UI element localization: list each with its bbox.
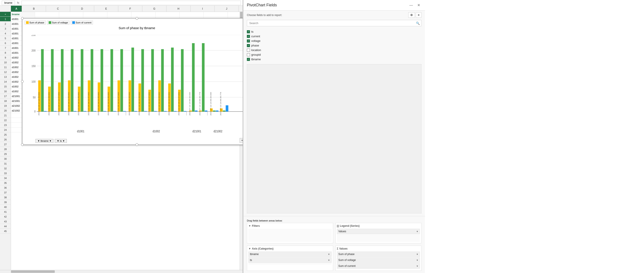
row-header-23[interactable]: 22 (0, 118, 11, 123)
field-checkbox-voltage[interactable] (247, 40, 250, 42)
row-header-45[interactable]: 44 (0, 224, 11, 229)
cell-b1[interactable] (35, 12, 59, 16)
col-header-A[interactable]: A (11, 6, 22, 12)
row-header-24[interactable]: 23 (0, 123, 11, 128)
row-header-8[interactable]: 7 (0, 46, 11, 50)
row-header-14[interactable]: 13 (0, 74, 11, 79)
ts-filter-button[interactable]: ▼ ts ▼ (55, 139, 66, 143)
col-header-F[interactable]: F (118, 6, 142, 12)
cell-c1[interactable] (59, 12, 83, 16)
cell-g1[interactable] (156, 12, 180, 16)
row-header-17[interactable]: 16 (0, 89, 11, 94)
row-header-35[interactable]: 34 (0, 176, 11, 180)
resize-handle-left[interactable] (21, 80, 24, 83)
settings-list-button[interactable]: ≡ (416, 12, 422, 18)
row-header-34[interactable]: 33 (0, 171, 11, 176)
resize-handle-bl[interactable] (21, 143, 24, 146)
row-header-41[interactable]: 40 (0, 205, 11, 210)
search-input[interactable] (247, 20, 422, 26)
panel-minimize-button[interactable]: — (408, 3, 414, 8)
row-header-30[interactable]: 29 (0, 152, 11, 156)
row-header-43[interactable]: 42 (0, 214, 11, 219)
row-header-18[interactable]: 17 (0, 94, 11, 98)
row-header-3[interactable]: 2 (0, 22, 11, 26)
col-header-H[interactable]: H (166, 6, 190, 12)
row-header-40[interactable]: 39 (0, 200, 11, 205)
row-header-21[interactable]: 20 (0, 108, 11, 113)
field-checkbox-phase[interactable] (247, 44, 250, 47)
horizontal-scrollbar[interactable] (0, 270, 243, 273)
values-phase-dropdown[interactable]: ▼ (416, 253, 418, 256)
cell-h1[interactable] (180, 12, 204, 16)
field-checkbox-groupid[interactable] (247, 53, 250, 56)
panel-close-button[interactable]: ✕ (416, 3, 422, 8)
row-header-4[interactable]: 3 (0, 26, 11, 31)
row-header-7[interactable]: 6 (0, 41, 11, 46)
row-header-44[interactable]: 43 (0, 219, 11, 224)
row-header-1[interactable]: + (0, 12, 11, 17)
row-header-28[interactable]: 27 (0, 142, 11, 147)
cell-f1[interactable] (132, 12, 156, 16)
row-header-2[interactable]: 1 (0, 17, 11, 22)
row-header-46[interactable]: 45 (0, 229, 11, 234)
resize-handle-top[interactable] (136, 17, 138, 20)
legend-values-dropdown[interactable]: ▼ (416, 230, 418, 233)
row-header-13[interactable]: 12 (0, 70, 11, 74)
row-header-29[interactable]: 28 (0, 147, 11, 152)
formula-input[interactable] (22, 1, 241, 5)
row-header-25[interactable]: 24 (0, 128, 11, 132)
row-header-5[interactable]: 4 (0, 31, 11, 36)
panel-subtitle-row: Choose fields to add to report: ⚙ ≡ (243, 10, 425, 18)
axis-ts-dropdown[interactable]: ▼ (328, 259, 330, 262)
col-header-E[interactable]: E (94, 6, 118, 12)
row-header-26[interactable]: 25 (0, 132, 11, 137)
field-checkbox-ts[interactable] (247, 30, 250, 33)
cell-e1[interactable] (107, 12, 132, 16)
row-header-19[interactable]: 18 (0, 98, 11, 104)
row-header-15[interactable]: 14 (0, 79, 11, 84)
chart-add-button[interactable]: + (240, 138, 243, 143)
row-header-37[interactable]: 36 (0, 185, 11, 190)
col-header-G[interactable]: G (142, 6, 166, 12)
resize-handle-tl[interactable] (21, 17, 24, 20)
row-header-42[interactable]: 41 (0, 210, 11, 214)
row-header-20[interactable]: 19 (0, 104, 11, 108)
row-header-32[interactable]: 31 (0, 161, 11, 166)
row-header-36[interactable]: 35 (0, 180, 11, 185)
row-header-33[interactable]: 32 (0, 166, 11, 171)
field-checkbox-current[interactable] (247, 35, 250, 38)
cell-i1[interactable] (204, 12, 228, 16)
dropdown-arrow-ts: ▼ (62, 140, 65, 142)
field-checkbox-tbname[interactable] (247, 58, 250, 61)
axis-tbname-dropdown[interactable]: ▼ (328, 253, 330, 256)
col-header-C[interactable]: C (46, 6, 70, 12)
row-header-10[interactable]: 9 (0, 55, 11, 60)
row-header-31[interactable]: 30 (0, 156, 11, 161)
row-header-16[interactable]: 15 (0, 84, 11, 89)
row-header-27[interactable]: 26 (0, 137, 11, 142)
h-scrollbar-thumb[interactable] (11, 270, 55, 273)
values-voltage-dropdown[interactable]: ▼ (416, 259, 418, 262)
col-header-B[interactable]: B (22, 6, 46, 12)
col-header-I[interactable]: I (190, 6, 215, 12)
col-header-D[interactable]: D (70, 6, 94, 12)
row-header-39[interactable]: 38 (0, 195, 11, 200)
cell-ref-input[interactable] (2, 1, 15, 5)
cell-d1[interactable] (83, 12, 107, 16)
tbname-filter-button[interactable]: ▼ tbname ▼ (36, 139, 54, 143)
resize-handle-bottom[interactable] (136, 143, 138, 146)
filters-icon: ▼ (248, 224, 251, 228)
row-header-38[interactable]: 37 (0, 190, 11, 195)
cell-a1[interactable]: bname (11, 12, 35, 16)
field-checkbox-location[interactable] (247, 49, 250, 52)
row-header-11[interactable]: 10 (0, 60, 11, 65)
values-current-dropdown[interactable]: ▼ (416, 265, 418, 267)
row-header-9[interactable]: 8 (0, 50, 11, 55)
svg-text:2021-07-13 14:06:34.630: 2021-07-13 14:06:34.630 (210, 92, 212, 116)
col-header-J[interactable]: J (215, 6, 239, 12)
settings-gear-button[interactable]: ⚙ (408, 12, 415, 18)
row-header-6[interactable]: 5 (0, 36, 11, 41)
chart-title: Sum of phase by tbname (22, 18, 243, 31)
row-header-12[interactable]: 11 (0, 65, 11, 70)
row-header-22[interactable]: 21 (0, 113, 11, 118)
